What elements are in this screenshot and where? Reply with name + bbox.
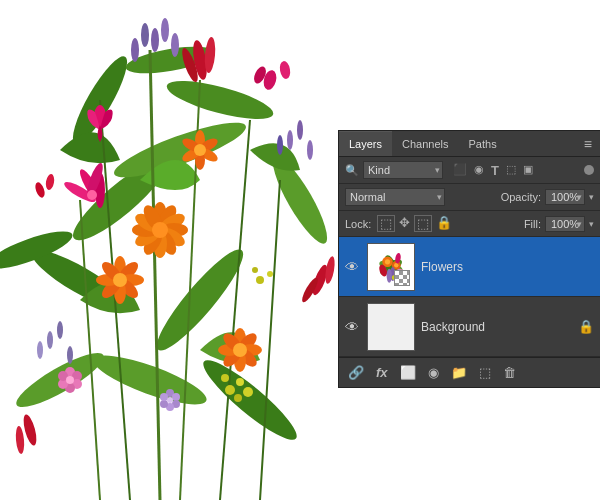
blend-mode-wrapper: Normal Dissolve Multiply Screen Overlay [345,188,445,206]
svg-point-88 [256,276,264,284]
svg-point-26 [277,135,283,155]
layer-name-background: Background [421,320,572,334]
filter-toggle-dot[interactable] [584,165,594,175]
bg-thumb-svg [368,304,414,350]
svg-point-117 [394,263,398,267]
new-group-icon[interactable]: 📁 [448,363,470,382]
filter-pixel-icon[interactable]: ⬛ [451,162,469,179]
svg-point-66 [113,273,127,287]
svg-point-28 [47,331,53,349]
svg-point-22 [171,33,179,57]
filter-smartobj-icon[interactable]: ▣ [521,162,535,179]
tab-layers[interactable]: Layers [339,131,392,156]
svg-point-97 [66,376,74,384]
fill-label: Fill: [524,218,541,230]
lock-icons-group: ⬚ ✥ ⬚ 🔒 [377,215,452,232]
lock-all-icon[interactable]: 🔒 [436,215,452,232]
tab-paths[interactable]: Paths [459,132,507,156]
opacity-row: Opacity: ▾ [501,189,594,205]
search-icon: 🔍 [345,164,359,177]
fill-chevron-icon: ▾ [589,219,594,229]
blend-mode-row: Normal Dissolve Multiply Screen Overlay … [339,184,600,211]
filter-icons: ⬛ ◉ T ⬚ ▣ [451,162,535,179]
svg-point-44 [87,190,97,200]
filter-adjustment-icon[interactable]: ◉ [472,162,486,179]
svg-point-86 [243,387,253,397]
panel-menu-button[interactable]: ≡ [576,132,600,156]
layer-row-background[interactable]: 👁 Background 🔒 [339,297,600,357]
opacity-chevron-icon: ▾ [589,192,594,202]
background-lock-icon: 🔒 [578,319,594,334]
svg-point-30 [37,341,43,359]
tab-channels[interactable]: Channels [392,132,458,156]
svg-point-115 [385,259,390,264]
lock-position-icon[interactable]: ⬚ [414,215,432,232]
svg-point-23 [131,38,139,62]
filter-row: 🔍 Kind Name Effect Mode Attribute Color … [339,157,600,184]
fill-wrapper [545,216,585,232]
lock-image-icon[interactable]: ✥ [399,215,410,232]
thumb-link-icon [394,270,410,286]
fill-input[interactable] [545,216,585,232]
svg-point-90 [252,267,258,273]
layer-thumbnail-flowers [367,243,415,291]
layers-panel: Layers Channels Paths ≡ 🔍 Kind Name Effe… [338,130,600,388]
delete-layer-icon[interactable]: 🗑 [500,363,519,382]
layer-name-flowers: Flowers [421,260,594,274]
add-adjustment-icon[interactable]: ◉ [425,363,442,382]
lock-transparent-icon[interactable]: ⬚ [377,215,395,232]
svg-point-25 [297,120,303,140]
svg-point-29 [57,321,63,339]
layer-row-flowers[interactable]: 👁 [339,237,600,297]
lock-label: Lock: [345,218,371,230]
fill-row: Fill: ▾ [524,216,594,232]
svg-point-104 [167,397,173,403]
add-style-icon[interactable]: fx [373,363,391,382]
svg-point-82 [233,343,247,357]
svg-point-121 [387,268,392,282]
opacity-input[interactable] [545,189,585,205]
svg-point-103 [160,393,168,401]
svg-point-19 [151,28,159,52]
flower-background [0,0,360,500]
svg-point-102 [160,400,168,408]
lock-row: Lock: ⬚ ✥ ⬚ 🔒 Fill: ▾ [339,211,600,237]
filter-shape-icon[interactable]: ⬚ [504,162,518,179]
svg-point-27 [307,140,313,160]
svg-point-73 [194,144,206,156]
svg-point-87 [234,394,242,402]
svg-rect-125 [368,304,414,350]
filter-type-icon[interactable]: T [489,162,501,179]
blend-mode-select[interactable]: Normal Dissolve Multiply Screen Overlay [345,188,445,206]
svg-point-99 [172,393,180,401]
svg-point-89 [267,271,273,277]
svg-point-24 [287,130,293,150]
panel-header: Layers Channels Paths ≡ [339,131,600,157]
svg-point-20 [161,18,169,42]
filter-type-wrapper: Kind Name Effect Mode Attribute Color [363,161,443,179]
opacity-wrapper [545,189,585,205]
svg-point-21 [141,23,149,47]
filter-type-select[interactable]: Kind Name Effect Mode Attribute Color [363,161,443,179]
bottom-toolbar: 🔗 fx ⬜ ◉ 📁 ⬚ 🗑 [339,357,600,387]
svg-point-85 [221,374,229,382]
new-layer-icon[interactable]: ⬚ [476,363,494,382]
layer-thumbnail-background [367,303,415,351]
eye-icon-background[interactable]: 👁 [345,319,361,335]
add-mask-icon[interactable]: ⬜ [397,363,419,382]
svg-point-84 [236,378,244,386]
svg-point-31 [67,346,73,364]
link-layers-icon[interactable]: 🔗 [345,363,367,382]
opacity-label: Opacity: [501,191,541,203]
svg-point-57 [152,222,168,238]
svg-point-83 [225,385,235,395]
eye-icon-flowers[interactable]: 👁 [345,259,361,275]
